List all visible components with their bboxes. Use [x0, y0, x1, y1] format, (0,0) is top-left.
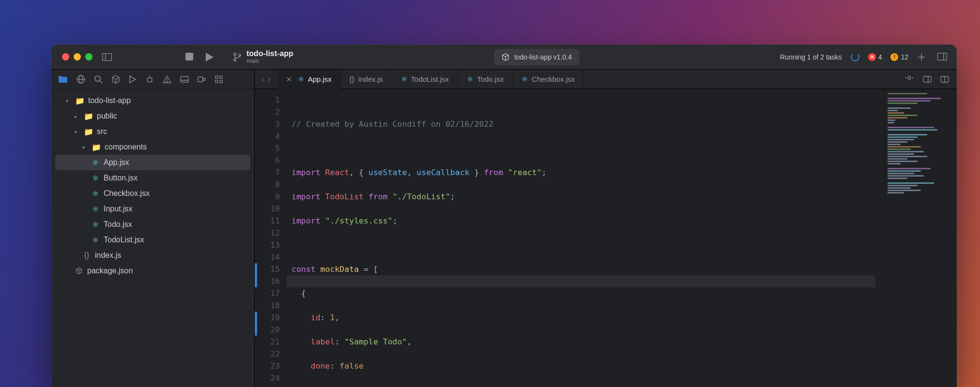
- warnings-badge[interactable]: !12: [890, 53, 908, 61]
- svg-line-20: [152, 78, 153, 78]
- project-title: todo-list-app: [246, 49, 293, 58]
- svg-marker-3: [206, 53, 214, 61]
- grid-icon[interactable]: [215, 75, 223, 83]
- status-right: Running 1 of 2 tasks ✕4 !12: [780, 53, 908, 61]
- stop-button[interactable]: [185, 53, 193, 61]
- svg-point-34: [906, 77, 906, 78]
- package-icon: [75, 268, 83, 274]
- react-icon: ⚛: [91, 236, 100, 245]
- svg-rect-25: [181, 76, 188, 82]
- nav-back-button[interactable]: ‹: [261, 75, 264, 84]
- tab-strip: ‹ › ✕⚛App.jsx {}index.js ⚛TodoList.jsx ⚛…: [255, 70, 957, 89]
- toggle-right-panel-button[interactable]: [937, 53, 947, 61]
- tree-folder-src[interactable]: ▾📁src: [51, 124, 254, 139]
- react-icon: ⚛: [91, 158, 100, 167]
- zoom-window-button[interactable]: [85, 53, 92, 60]
- tab-index[interactable]: {}index.js: [341, 70, 392, 89]
- svg-line-15: [100, 81, 102, 83]
- react-icon: ⚛: [91, 189, 100, 198]
- svg-rect-29: [215, 76, 218, 78]
- tree-file-todolist[interactable]: ⚛TodoList.jsx: [51, 232, 254, 248]
- tree-file-checkbox[interactable]: ⚛Checkbox.jsx: [51, 186, 254, 201]
- react-icon: ⚛: [91, 205, 100, 214]
- spinner-icon: [851, 53, 859, 61]
- errors-badge[interactable]: ✕4: [868, 53, 882, 61]
- current-line-highlight: [287, 275, 875, 287]
- ide-window: todo-list-app main todo-list-app v1.0.4 …: [51, 45, 957, 387]
- explorer-icon[interactable]: [58, 75, 68, 83]
- folder-icon: 📁: [76, 96, 84, 105]
- run-icon[interactable]: [129, 75, 137, 83]
- svg-point-35: [913, 77, 913, 78]
- code-area[interactable]: 123456789101112131415161718192021222324 …: [255, 89, 957, 387]
- svg-point-4: [234, 53, 236, 55]
- svg-point-33: [908, 76, 911, 79]
- more-icon[interactable]: [904, 76, 914, 83]
- svg-line-19: [147, 78, 148, 78]
- svg-line-22: [152, 81, 153, 82]
- branch-icon: [233, 52, 242, 62]
- tab-todolist[interactable]: ⚛TodoList.jsx: [392, 70, 458, 89]
- play-button[interactable]: [206, 53, 214, 61]
- panel-icon[interactable]: [180, 76, 189, 83]
- tree-file-package[interactable]: package.json: [51, 263, 254, 279]
- change-bar: [255, 89, 258, 387]
- tab-checkbox[interactable]: ⚛Checkbox.jsx: [513, 70, 584, 89]
- build-status-pill[interactable]: todo-list-app v1.0.4: [494, 49, 580, 65]
- code-content[interactable]: // Created by Austin Condiff on 02/16/20…: [287, 89, 884, 387]
- js-icon: {}: [82, 251, 91, 260]
- window-controls: [62, 53, 92, 60]
- add-button[interactable]: [917, 53, 926, 61]
- svg-point-6: [239, 54, 241, 56]
- svg-rect-30: [220, 76, 222, 78]
- package-icon: [502, 53, 509, 61]
- tasks-status: Running 1 of 2 tasks: [780, 53, 842, 61]
- tab-app[interactable]: ✕⚛App.jsx: [277, 70, 341, 89]
- svg-rect-9: [938, 53, 947, 60]
- toggle-sidebar-button[interactable]: [101, 51, 113, 63]
- js-icon: {}: [350, 75, 354, 83]
- minimap[interactable]: [884, 89, 957, 387]
- svg-rect-31: [215, 80, 218, 83]
- minimize-window-button[interactable]: [74, 53, 81, 60]
- tree-file-app[interactable]: ⚛App.jsx: [55, 155, 250, 170]
- svg-line-21: [147, 81, 148, 82]
- tab-todo[interactable]: ⚛Todo.jsx: [458, 70, 513, 89]
- tree-folder-public[interactable]: ▸📁public: [51, 108, 254, 124]
- react-icon: ⚛: [401, 75, 407, 84]
- titlebar-right-controls: [917, 53, 947, 61]
- split-icon[interactable]: [923, 76, 932, 83]
- editor: ‹ › ✕⚛App.jsx {}index.js ⚛TodoList.jsx ⚛…: [255, 70, 957, 387]
- run-controls: [185, 53, 214, 61]
- branch-name: main: [246, 58, 293, 64]
- search-icon[interactable]: [94, 75, 103, 84]
- line-gutter: 123456789101112131415161718192021222324: [258, 89, 287, 387]
- layout-icon[interactable]: [940, 76, 949, 83]
- globe-icon[interactable]: [77, 75, 85, 84]
- debug-icon[interactable]: [145, 75, 154, 84]
- nav-forward-button[interactable]: ›: [268, 75, 270, 84]
- svg-rect-28: [203, 78, 205, 80]
- warning-icon[interactable]: [163, 75, 171, 83]
- tree-file-todo[interactable]: ⚛Todo.jsx: [51, 217, 254, 232]
- sidebar-toolbar: [51, 70, 254, 89]
- extensions-icon[interactable]: [198, 75, 206, 83]
- close-tab-icon[interactable]: ✕: [286, 75, 292, 83]
- react-icon: ⚛: [298, 75, 304, 84]
- react-icon: ⚛: [91, 174, 100, 183]
- file-tree: ▾📁todo-list-app ▸📁public ▾📁src ▾📁compone…: [51, 89, 254, 283]
- svg-rect-0: [103, 53, 112, 60]
- tree-file-button[interactable]: ⚛Button.jsx: [51, 170, 254, 186]
- react-icon: ⚛: [521, 75, 528, 84]
- tree-folder-components[interactable]: ▾📁components: [51, 139, 254, 155]
- svg-rect-27: [198, 77, 203, 82]
- cube-icon[interactable]: [111, 75, 120, 84]
- tree-file-input[interactable]: ⚛Input.jsx: [51, 201, 254, 217]
- folder-icon: 📁: [92, 143, 101, 152]
- close-window-button[interactable]: [62, 53, 69, 60]
- build-version: todo-list-app v1.0.4: [514, 53, 572, 61]
- tree-root[interactable]: ▾📁todo-list-app: [51, 93, 254, 108]
- tree-file-index[interactable]: {}index.js: [51, 248, 254, 263]
- svg-point-14: [95, 76, 100, 81]
- react-icon: ⚛: [467, 75, 473, 84]
